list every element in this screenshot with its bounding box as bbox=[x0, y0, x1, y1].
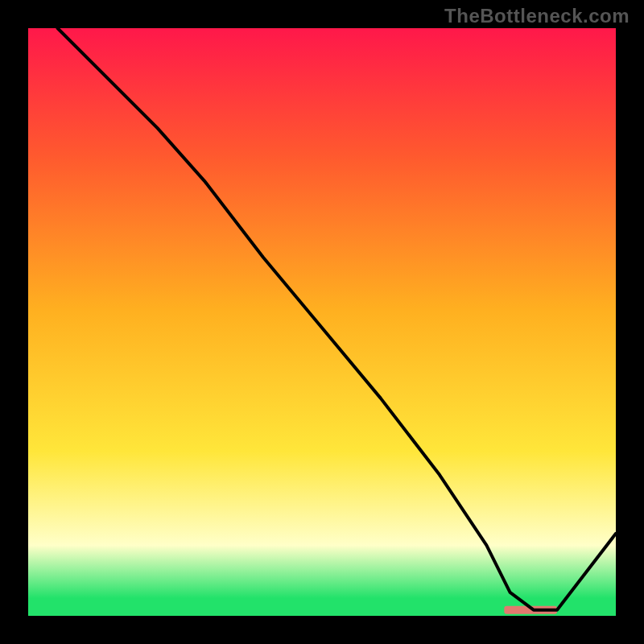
chart-frame: TheBottleneck.com bbox=[0, 0, 644, 644]
chart-svg bbox=[28, 28, 616, 616]
plot-area bbox=[28, 28, 616, 616]
gradient-background bbox=[28, 28, 616, 616]
watermark-text: TheBottleneck.com bbox=[444, 5, 630, 27]
